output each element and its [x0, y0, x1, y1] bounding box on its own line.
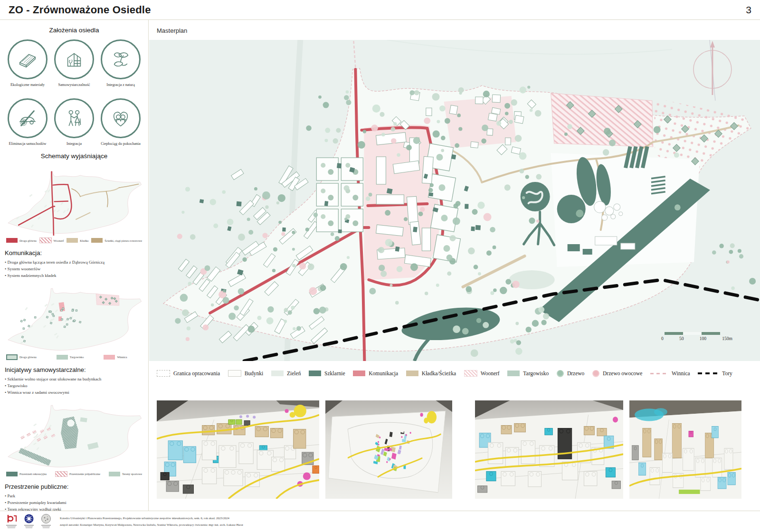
footer-credits: Katedra Urbanistyki i Planowania Przestr… [60, 515, 243, 528]
assumption-label: Integracja z naturą [106, 83, 135, 87]
legend-item-rails: Tory [698, 370, 732, 376]
faculty-logo [5, 513, 18, 530]
partner-logo [40, 513, 52, 530]
bullet: Przestrzenie pomiędzy kwartałami [5, 500, 143, 506]
legend-item: Woonerf [39, 238, 64, 243]
legend-item: Winnica [104, 355, 127, 360]
footer: Katedra Urbanistyki i Planowania Przestr… [0, 511, 760, 532]
legend-item-buildings: Budynki [228, 370, 264, 377]
greenhouses-swatch [309, 370, 321, 376]
section-title-public-spaces: Przestrzenie publiczne: [5, 483, 143, 490]
vineyard-swatch [650, 373, 668, 374]
bullet: System woonerfów [5, 266, 143, 273]
assumptions-title: Założenia osiedla [5, 27, 143, 34]
sports-swatch [109, 472, 120, 476]
woonerf-swatch [39, 238, 52, 243]
bullet: Szklarnie wolno stojące oraz ulokowane n… [5, 376, 143, 383]
assumption-district-heating: Ciepłociąg do pokochania [98, 98, 143, 146]
public-spaces-bullets: Park Przestrzenie pomiędzy kwartałami Te… [5, 493, 143, 511]
scheme-map-self-sufficiency [5, 282, 143, 352]
credits-line-1: Katedra Urbanistyki i Planowania Przestr… [60, 515, 243, 522]
legend-item: Droga główna [6, 238, 37, 243]
legend-item: Droga główna [6, 354, 37, 360]
legend-item-market: Targowisko [507, 370, 549, 376]
bullet: Teren rekreacyjny wzdłuż rzeki [5, 506, 143, 511]
assumption-label: Integracja [66, 142, 82, 146]
footer-logos [5, 513, 52, 530]
assumptions-grid: Ekologiczne materiały Samowystarczalność [5, 39, 143, 146]
semi-public-swatch [55, 471, 67, 477]
bullet: Park [5, 493, 143, 500]
greenery-swatch [271, 370, 284, 376]
section-title-communication: Komunikacja: [5, 249, 143, 256]
heart-bench-icon [101, 98, 141, 138]
greenhouse-swatch [6, 354, 18, 360]
legend-item-woonerf: Woonerf [464, 370, 500, 377]
credits-line-2: zespół autorski: Kreuziger Martyna, Krzy… [60, 522, 243, 528]
self-sufficiency-bullets: Szklarnie wolno stojące oraz ulokowane n… [5, 376, 143, 396]
legend-item: Targowisko [57, 355, 84, 360]
bullet: Winnica wraz z sadami owocowymi [5, 390, 143, 396]
assumption-eco-materials: Ekologiczne materiały [5, 39, 50, 87]
assumption-integration: Integracja [51, 98, 97, 146]
assumption-label: Ciepłociąg do pokochania [101, 142, 141, 146]
bullet: Droga główna łącząca teren osiedla z Dąb… [5, 259, 143, 266]
presentation-board: ZO - Zrównoważone Osiedle 3 Założenia os… [0, 0, 760, 532]
legend-item-footbridge: Kładka/Ścieżka [406, 370, 456, 376]
bullet: System nadziemnych kładek [5, 273, 143, 279]
legend-item: Tereny sportowe [109, 472, 142, 476]
sprout-icon [101, 39, 141, 79]
assumption-nature-integration: Integracja z naturą [98, 39, 143, 87]
header: ZO - Zrównoważone Osiedle 3 [0, 0, 760, 20]
legend-item: Ścieżki, ciągi pieszo-rowerowe [91, 238, 142, 243]
scale-bar: 0 50 100 150m [661, 332, 735, 341]
recreation-swatch [6, 472, 18, 476]
no-car-icon [8, 98, 48, 138]
scheme2-legend: Droga główna Targowisko Winnica [5, 354, 143, 360]
assumption-label: Eliminacja samochodów [9, 142, 47, 146]
footbridge-swatch [66, 238, 78, 243]
model-photo-4 [629, 400, 741, 499]
main-road-swatch [6, 238, 18, 243]
scheme-map-public-spaces [5, 399, 143, 469]
legend-item: Kładka [66, 238, 88, 243]
assumption-self-sufficiency: Samowystarczalność [51, 39, 97, 87]
market-swatch [507, 370, 520, 376]
masterplan-legend: Granica opracowania Budynki Zieleń Szkla… [157, 367, 732, 380]
masterplan-map [149, 40, 760, 361]
buildings-swatch [228, 370, 241, 377]
legend-item-tree: Drzewo [557, 370, 584, 377]
vineyard-swatch [104, 355, 115, 360]
legend-item-roads: Komunikacja [353, 370, 398, 376]
scheme1-legend: Droga główna Woonerf Kładka Ścieżki, cią… [5, 238, 143, 243]
legend-item: Przestrzeń rekreacyjna [6, 472, 47, 476]
section-title-self-sufficiency: Inicjatywy samowystarczalne: [5, 366, 143, 373]
page-number: 3 [746, 4, 751, 16]
masterplan-drawing [149, 40, 760, 361]
legend-item-greenhouses: Szklarnie [309, 370, 345, 376]
scheme-map-communication [5, 165, 143, 236]
page-title: ZO - Zrównoważone Osiedle [9, 4, 151, 16]
university-logo [23, 513, 35, 530]
assumption-car-elimination: Eliminacja samochodów [5, 98, 50, 146]
legend-item: Przestrzenie półpubliczne [55, 471, 100, 477]
plank-icon [8, 39, 48, 79]
legend-item-greenery: Zieleń [271, 370, 301, 376]
roads-swatch [353, 370, 365, 376]
model-photo-3 [475, 400, 623, 499]
bullet: Targowisko [5, 383, 143, 390]
tree-swatch [557, 370, 564, 377]
market-swatch [57, 355, 68, 360]
legend-item-fruit-tree: Drzewo owocowe [592, 370, 642, 377]
scale-bar-labels: 0 50 100 150m [661, 336, 732, 341]
model-photo-1 [157, 400, 319, 499]
fruit-tree-swatch [592, 370, 599, 377]
footbridge-swatch [406, 370, 418, 376]
people-icon [54, 98, 94, 138]
schemes-title: Schematy wyjaśniające [5, 152, 143, 160]
sidebar: Założenia osiedla Ekologiczne materiały [0, 20, 149, 511]
assumption-label: Ekologiczne materiały [10, 83, 45, 87]
masterplan-title: Masterplan [157, 27, 187, 34]
greenhouse-icon [54, 39, 94, 79]
paths-swatch [91, 238, 103, 243]
